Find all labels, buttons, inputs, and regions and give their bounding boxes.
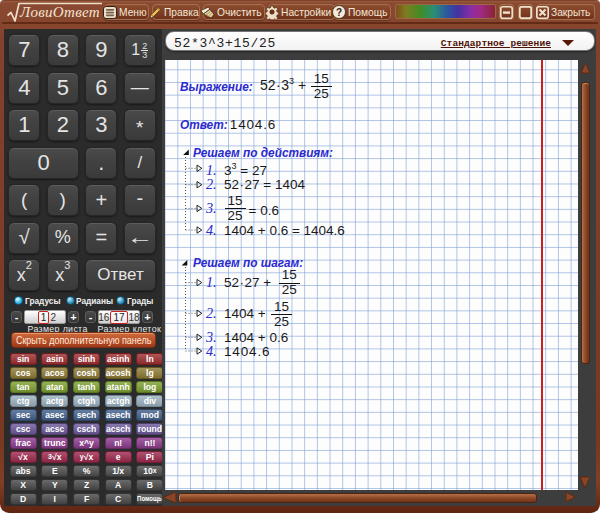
svg-text:?: ?	[336, 7, 342, 18]
